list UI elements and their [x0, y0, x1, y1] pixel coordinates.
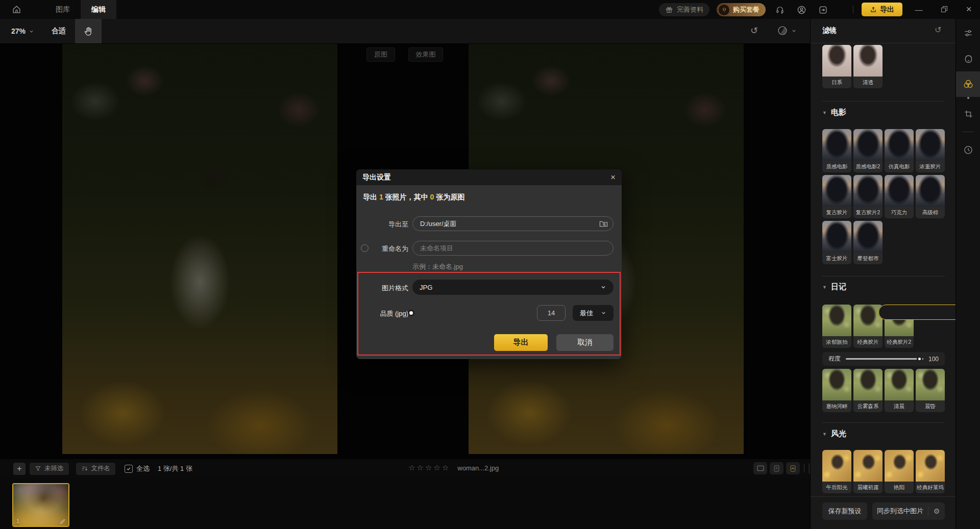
- before-badge-button[interactable]: [770, 462, 783, 474]
- compare-view-dropdown[interactable]: [777, 25, 797, 36]
- strip-divider: [963, 132, 974, 132]
- add-photo-button[interactable]: +: [13, 463, 26, 475]
- upload-icon: [870, 6, 877, 13]
- filter-thumb[interactable]: 晨曦初露: [853, 450, 883, 493]
- group-header-scenery[interactable]: ▼风光: [822, 429, 846, 439]
- home-button[interactable]: [0, 0, 33, 19]
- degree-value: 100: [928, 356, 939, 363]
- group-divider: [822, 276, 945, 276]
- filter-thumb[interactable]: 摩登都市: [853, 221, 883, 264]
- adjust-tool-button[interactable]: [956, 20, 980, 46]
- edited-pencil-icon: [60, 518, 66, 524]
- save-preset-button[interactable]: 保存新预设: [822, 502, 867, 520]
- rename-input[interactable]: [412, 241, 614, 256]
- filter-thumb[interactable]: 塞纳河畔: [822, 369, 851, 412]
- filmstrip-item[interactable]: 1: [12, 483, 69, 527]
- sync-button-group: 同步到选中图片 ⚙: [872, 502, 945, 520]
- dialog-close-button[interactable]: ×: [610, 172, 616, 183]
- filter-thumb[interactable]: 巧克力: [885, 175, 914, 218]
- filter-thumb[interactable]: 质感电影2: [853, 129, 883, 172]
- quality-label: 品质 (jpg): [359, 309, 408, 318]
- export-path-input[interactable]: [412, 216, 614, 231]
- filter-thumb[interactable]: 清透: [853, 45, 883, 88]
- filter-row: 富士胶片 摩登都市: [822, 221, 883, 264]
- filter-state-button[interactable]: 未筛选: [30, 463, 69, 475]
- tab-edit[interactable]: 编辑: [81, 0, 116, 19]
- group-header-movie[interactable]: ▼电影: [822, 108, 846, 117]
- select-all-control[interactable]: 全选: [125, 464, 150, 473]
- panel-reset-button[interactable]: ↺: [935, 25, 941, 35]
- export-button[interactable]: 导出: [862, 3, 902, 16]
- filmstrip-toggle-button[interactable]: [753, 462, 767, 474]
- portrait-tool-button[interactable]: [956, 46, 980, 71]
- sync-settings-button[interactable]: ⚙: [928, 507, 945, 515]
- fit-view-button[interactable]: 合适: [52, 27, 66, 36]
- sync-to-selected-button[interactable]: 同步到选中图片: [872, 507, 928, 516]
- filters-tool-button[interactable]: [956, 71, 980, 97]
- filter-thumb[interactable]: 富士胶片: [822, 221, 851, 264]
- filter-degree-slider[interactable]: 程度 100: [822, 352, 945, 366]
- history-tool-button[interactable]: [956, 137, 980, 163]
- dialog-cancel-button[interactable]: 取消: [556, 334, 614, 351]
- filter-thumb[interactable]: 高级棕: [916, 175, 945, 218]
- compare-icon: [777, 25, 788, 36]
- filter-thumb[interactable]: 质感电影: [822, 129, 851, 172]
- filter-thumb[interactable]: 复古胶片2: [853, 175, 883, 218]
- login-arrow-icon: [818, 5, 828, 15]
- hand-tool-button[interactable]: [75, 19, 102, 43]
- format-label: 图片格式: [359, 284, 408, 293]
- browse-folder-icon[interactable]: [599, 220, 608, 228]
- quality-level-select[interactable]: 最佳: [573, 305, 614, 321]
- group-header-diary[interactable]: ▼日记: [822, 282, 846, 292]
- restore-icon: [941, 6, 947, 12]
- filter-thumb[interactable]: 云雾森系: [853, 369, 883, 412]
- filter-thumb[interactable]: 日系: [822, 45, 851, 88]
- filter-thumb[interactable]: 复古胶片: [822, 175, 851, 218]
- rename-row: 重命名为: [356, 241, 622, 256]
- icon-divider: [804, 464, 804, 472]
- filter-thumb[interactable]: 午后阳光: [822, 450, 851, 493]
- filter-row: 经典旅拍 浓郁旅拍 经典胶片 经典胶片2: [822, 305, 914, 348]
- dialog-header: 导出设置 ×: [356, 169, 622, 185]
- tab-gallery[interactable]: 图库: [47, 0, 79, 19]
- export-summary: 导出 1 张照片，其中 0 张为原图: [363, 193, 464, 202]
- account-button[interactable]: [794, 3, 808, 17]
- crop-tool-button[interactable]: [956, 101, 980, 127]
- quality-row: 品质 (jpg) 14 最佳: [356, 305, 622, 321]
- star-rating[interactable]: ☆☆☆☆☆: [408, 463, 450, 472]
- purchase-plan-button[interactable]: 购买套餐: [717, 3, 766, 16]
- filter-thumb[interactable]: 浓郁旅拍: [822, 305, 851, 348]
- minimize-button[interactable]: —: [912, 2, 926, 16]
- filter-group-top: 日系 清透: [822, 45, 883, 88]
- filters-panel: 滤镜 ↺ 日系 清透 ▼电影 质感电影 质感电影2 仿真电影 浓重胶片 复古胶片…: [810, 19, 955, 529]
- current-filename: woman...2.jpg: [457, 464, 499, 472]
- close-button[interactable]: ×: [962, 2, 976, 16]
- panel-divider: [811, 43, 956, 43]
- filter-row: 复古胶片 复古胶片2 巧克力 高级棕: [822, 175, 945, 218]
- dialog-export-button[interactable]: 导出: [494, 334, 548, 351]
- filter-thumb[interactable]: 经典好莱坞: [916, 450, 945, 493]
- login-button[interactable]: [816, 3, 830, 17]
- filter-thumb[interactable]: 艳阳: [885, 450, 914, 493]
- sort-by-button[interactable]: 文件名: [76, 463, 116, 475]
- filter-thumb[interactable]: 晨昏: [916, 369, 945, 412]
- export-path-row: 导出至: [356, 216, 622, 232]
- support-button[interactable]: [773, 3, 787, 17]
- gift-icon: [665, 6, 673, 14]
- quality-value-input[interactable]: 14: [537, 305, 566, 321]
- zoom-level-dropdown[interactable]: 27%: [11, 27, 34, 35]
- filter-row: 午后阳光 晨曦初露 艳阳 经典好莱坞: [822, 450, 945, 493]
- degree-track[interactable]: [846, 358, 923, 360]
- undo-button[interactable]: ↺: [750, 25, 758, 36]
- restore-button[interactable]: [937, 2, 951, 16]
- format-select[interactable]: JPG: [412, 280, 614, 295]
- filter-thumb[interactable]: 仿真电影: [885, 129, 914, 172]
- format-row: 图片格式 JPG: [356, 280, 622, 295]
- hand-icon: [83, 26, 94, 37]
- filter-thumb[interactable]: 浓重胶片: [916, 129, 945, 172]
- dialog-title: 导出设置: [362, 173, 391, 182]
- complete-profile-button[interactable]: 完善资料: [659, 3, 709, 16]
- group-divider: [822, 101, 945, 102]
- watermark-badge-button[interactable]: [786, 462, 800, 474]
- filter-thumb[interactable]: 清晨: [885, 369, 914, 412]
